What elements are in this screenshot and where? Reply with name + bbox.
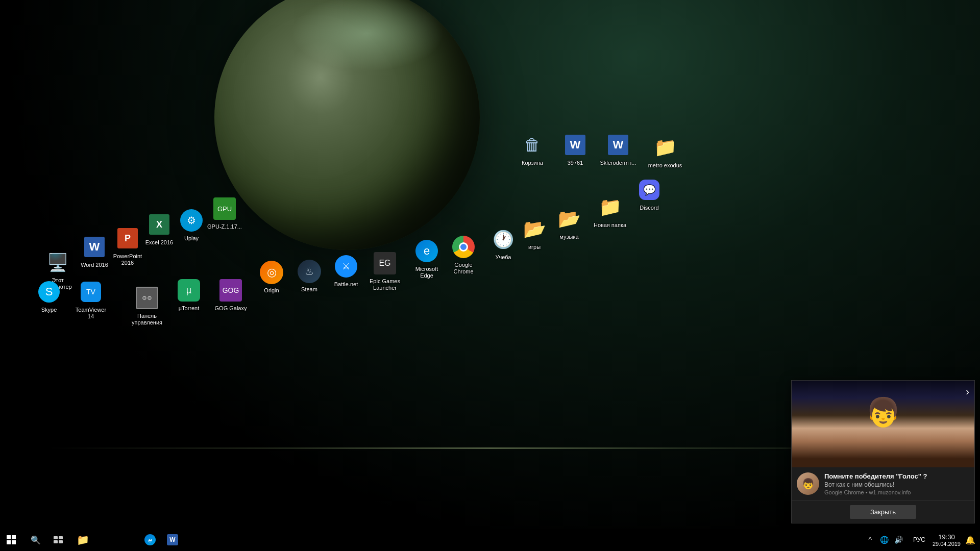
icon-label-sklero: Skleroderm i... [599,159,638,167]
desktop-icon-study[interactable]: 🕐 Учеба [483,227,524,261]
desktop-icon-recycle[interactable]: 🗑 Корзина [512,133,553,167]
svg-rect-4 [54,536,58,539]
icon-label-powerpoint: PowerPoint2016 [112,253,143,267]
desktop-icon-chrome[interactable]: GoogleChrome [443,235,484,276]
icon-label-games-folder: игры [527,243,542,251]
desktop-icon-discord[interactable]: 💬 Discord [629,178,670,212]
taskbar-pin-explorer[interactable]: 📁 [71,529,94,551]
svg-rect-5 [59,536,63,539]
icon-label-gpuz: GPU-Z.1.17... [206,223,243,231]
desktop-icon-msedge[interactable]: e MicrosoftEdge [406,239,447,280]
taskbar-clock[interactable]: 19:30 29.04.2019 [928,529,965,551]
desktop-icon-epicgames[interactable]: EG Epic GamesLauncher [364,251,405,292]
icon-label-chrome: GoogleChrome [452,261,474,276]
taskbar-pin-mail[interactable]: ✉ [116,529,139,551]
notif-forward-icon[interactable]: › [966,386,969,397]
icon-label-39761: 39761 [567,159,584,167]
svg-rect-0 [7,535,11,539]
desktop-icon-battlenet[interactable]: ⚔ Battle.net [326,254,366,288]
icon-label-utorrent: µTorrent [178,305,201,312]
icon-label-word2016: Word 2016 [80,261,109,269]
taskbar-language[interactable]: РУС [910,536,928,543]
icon-label-msedge: MicrosoftEdge [414,265,439,280]
desktop-icon-skype[interactable]: S Skype [29,280,69,314]
desktop-icon-gog[interactable]: GOG GOG Galaxy [210,278,251,312]
desktop-icon-gpuz[interactable]: GPU GPU-Z.1.17... [204,196,245,231]
taskbar-pin-edge[interactable]: e [139,529,161,551]
desktop-icon-metro[interactable]: 📁 metro exodus [645,135,685,169]
notif-subtitle: Вот как с ним обошлись! [824,481,969,488]
icon-label-study: Учеба [495,254,512,261]
taskbar-task-view[interactable] [47,529,69,551]
desktop-icon-music[interactable]: 📂 музыка [549,207,590,241]
notif-video-bg: 👦 [792,381,974,467]
icon-label-recycle: Корзина [521,159,544,167]
desktop-icon-newfolder[interactable]: 📁 Новая папка [590,195,630,229]
taskbar-system-tray: ^ 🌐 🔊 РУС 19:30 29.04.2019 🔔 [859,529,980,551]
taskbar-time: 19:30 [938,533,955,541]
icon-label-metro: metro exodus [647,162,683,169]
svg-rect-3 [12,540,16,544]
icon-label-discord: Discord [639,204,659,212]
notif-text-area: Помните победителя "Голос" ? Вот как с н… [824,472,969,495]
start-button[interactable] [0,529,22,551]
desktop-icon-steam[interactable]: ♨ Steam [289,259,330,293]
notif-body: 👦 Помните победителя "Голос" ? Вот как с… [792,467,974,500]
notif-close-button[interactable]: Закрыть [850,505,916,519]
taskbar-tray-icons: ^ 🌐 🔊 [859,529,910,551]
taskbar-notification-icon[interactable]: 🔔 [965,529,976,551]
svg-rect-6 [54,540,58,543]
svg-rect-1 [12,535,16,539]
desktop-icon-sklero[interactable]: W Skleroderm i... [598,133,639,167]
svg-rect-7 [59,540,63,543]
notification-video-thumbnail[interactable]: 👦 › [792,381,974,467]
notif-thumbnail: 👦 [797,472,819,495]
notification-popup: 👦 › 👦 Помните победителя "Голос" ? Вот к… [791,380,975,523]
icon-label-epicgames: Epic GamesLauncher [369,278,401,292]
icon-label-newfolder: Новая папка [593,221,627,229]
icon-label-origin: Origin [263,287,280,294]
taskbar-pinned-apps: 📁 🛍 ✉ e W [71,529,184,551]
desktop-icon-39761[interactable]: W 39761 [555,133,596,167]
notif-close-area: Закрыть [792,500,974,523]
tray-chevron[interactable]: ^ [863,529,877,551]
desktop-icon-controlpanel[interactable]: ⚙⚙ Панельуправления [127,286,167,327]
notif-source: Google Chrome • w1.muzonov.info [824,489,969,495]
desktop-icon-teamviewer[interactable]: TV TeamViewer14 [70,280,111,320]
taskbar-pin-word[interactable]: W [161,529,184,551]
icon-label-gog: GOG Galaxy [214,305,248,312]
tray-network[interactable]: 🌐 [877,529,892,551]
tray-sound[interactable]: 🔊 [892,529,906,551]
desktop-icon-origin[interactable]: ◎ Origin [251,260,292,294]
svg-rect-2 [7,540,11,544]
icon-label-uplay: Uplay [183,235,200,242]
icon-label-steam: Steam [300,286,318,293]
icon-label-teamviewer: TeamViewer14 [75,306,107,320]
taskbar-date: 29.04.2019 [933,541,961,547]
icon-label-excel: Excel 2016 [144,239,174,246]
icon-label-skype: Skype [40,306,58,314]
taskbar: 🔍 📁 🛍 ✉ e W ^ 🌐 🔊 РУС 19:30 29.04.201 [0,529,980,551]
notif-title: Помните победителя "Голос" ? [824,472,969,480]
icon-label-controlpanel: Панельуправления [131,312,163,327]
taskbar-search-button[interactable]: 🔍 [24,529,47,551]
taskbar-pin-store[interactable]: 🛍 [94,529,116,551]
desktop-icon-utorrent[interactable]: µ µTorrent [168,278,209,312]
icon-label-battlenet: Battle.net [333,281,359,288]
icon-label-music: музыка [558,233,579,241]
